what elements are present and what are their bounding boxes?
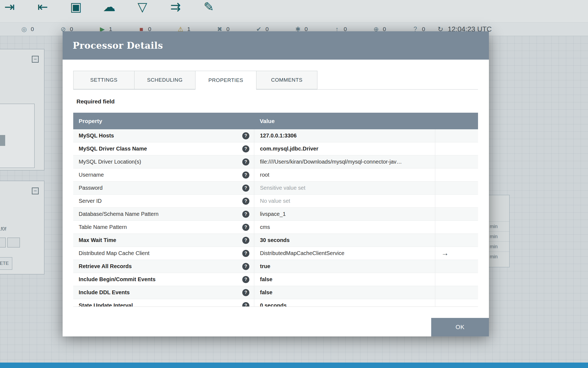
value-cell: false xyxy=(254,286,435,299)
property-cell: MySQL Hosts ? xyxy=(73,129,254,142)
value-cell: DistributedMapCacheClientService xyxy=(254,247,435,260)
action-cell: → xyxy=(435,208,478,220)
property-value: 30 seconds xyxy=(260,237,290,243)
required-field-note: Required field xyxy=(76,98,115,105)
help-icon[interactable]: ? xyxy=(242,185,249,192)
dialog-tab[interactable]: SETTINGS xyxy=(73,71,134,89)
property-value: 0 seconds xyxy=(260,302,287,307)
action-cell: → xyxy=(435,221,478,234)
property-row: MySQL Driver Location(s) ? file:////User… xyxy=(73,155,478,168)
help-icon[interactable]: ? xyxy=(242,263,249,270)
property-row: MySQL Hosts ? 127.0.0.1:3306 → xyxy=(73,129,478,142)
property-name: Include Begin/Commit Events xyxy=(79,276,155,283)
action-cell: → xyxy=(435,129,478,142)
dialog-title: Processor Details xyxy=(73,40,163,51)
value-cell: true xyxy=(254,260,435,273)
help-icon[interactable]: ? xyxy=(242,158,249,165)
action-cell: → xyxy=(435,247,478,260)
value-cell: No value set xyxy=(254,195,435,207)
value-cell: 30 seconds xyxy=(254,234,435,247)
value-cell: false xyxy=(254,273,435,286)
property-value: No value set xyxy=(260,198,290,204)
property-cell: Max Wait Time ? xyxy=(73,234,254,247)
value-cell: file:////Users/kiran/Downloads/mysql/mys… xyxy=(254,155,435,168)
property-name: Server ID xyxy=(79,198,102,204)
help-icon[interactable]: ? xyxy=(242,171,249,179)
value-column-header: Value xyxy=(254,118,478,124)
property-name: State Update Interval xyxy=(79,302,133,307)
property-value: cms xyxy=(260,224,270,230)
property-row: Database/Schema Name Pattern ? livspace_… xyxy=(73,208,478,221)
dialog-tab[interactable]: COMMENTS xyxy=(256,71,317,89)
tab-label: SETTINGS xyxy=(90,77,118,83)
action-cell: → xyxy=(435,182,478,194)
help-icon[interactable]: ? xyxy=(242,250,249,257)
value-cell: cms xyxy=(254,221,435,234)
action-cell: → xyxy=(435,142,478,155)
action-cell: → xyxy=(435,286,478,299)
property-value: false xyxy=(260,289,272,296)
property-cell: Retrieve All Records ? xyxy=(73,260,254,273)
tab-label: COMMENTS xyxy=(271,77,303,83)
property-row: Include Begin/Commit Events ? false → xyxy=(73,273,478,286)
ok-button[interactable]: OK xyxy=(431,318,489,336)
property-row: Username ? root → xyxy=(73,168,478,182)
go-to-service-icon[interactable]: → xyxy=(441,249,449,257)
action-cell: → xyxy=(435,273,478,286)
property-cell: State Update Interval ? xyxy=(73,299,254,307)
property-cell: Table Name Pattern ? xyxy=(73,221,254,234)
property-name: Retrieve All Records xyxy=(79,263,132,269)
action-cell: → xyxy=(435,168,478,181)
property-name: MySQL Hosts xyxy=(79,133,114,139)
property-name: Database/Schema Name Pattern xyxy=(79,211,159,217)
property-cell: MySQL Driver Class Name ? xyxy=(73,142,254,155)
table-header-row: Property Value xyxy=(73,113,478,129)
dialog-tab[interactable]: PROPERTIES xyxy=(195,71,256,90)
property-name: Distributed Map Cache Client xyxy=(79,250,149,256)
help-icon[interactable]: ? xyxy=(242,132,249,139)
property-name: Username xyxy=(79,172,104,178)
property-value: 127.0.0.1:3306 xyxy=(260,133,297,139)
tabs-underline xyxy=(73,89,478,90)
help-icon[interactable]: ? xyxy=(242,276,249,283)
property-cell: Server ID ? xyxy=(73,195,254,207)
property-cell: Include DDL Events ? xyxy=(73,286,254,299)
processor-details-dialog: Processor Details SETTINGS SCHEDULING PR… xyxy=(63,31,489,336)
property-value: livspace_1 xyxy=(260,211,286,217)
property-row: Table Name Pattern ? cms → xyxy=(73,221,478,234)
help-icon[interactable]: ? xyxy=(242,198,249,205)
properties-table[interactable]: Property Value MySQL Hosts ? 127.0.0.1:3… xyxy=(73,113,478,307)
action-cell: → xyxy=(435,234,478,247)
dialog-tab[interactable]: SCHEDULING xyxy=(134,71,195,89)
action-cell: → xyxy=(435,155,478,168)
property-row: Include DDL Events ? false → xyxy=(73,286,478,299)
property-cell: Include Begin/Commit Events ? xyxy=(73,273,254,286)
property-cell: Distributed Map Cache Client ? xyxy=(73,247,254,260)
help-icon[interactable]: ? xyxy=(242,224,249,231)
property-value: DistributedMapCacheClientService xyxy=(260,250,344,256)
property-column-header: Property xyxy=(73,118,254,124)
property-name: Include DDL Events xyxy=(79,289,130,296)
help-icon[interactable]: ? xyxy=(242,289,249,296)
property-name: MySQL Driver Class Name xyxy=(79,146,147,152)
property-value: Sensitive value set xyxy=(260,185,305,191)
property-row: Max Wait Time ? 30 seconds → xyxy=(73,234,478,247)
property-row: Retrieve All Records ? true → xyxy=(73,260,478,273)
property-name: Password xyxy=(79,185,103,191)
help-icon[interactable]: ? xyxy=(242,302,249,307)
property-row: Server ID ? No value set → xyxy=(73,195,478,208)
property-value: true xyxy=(260,263,270,269)
property-cell: Username ? xyxy=(73,168,254,181)
help-icon[interactable]: ? xyxy=(242,237,249,244)
help-icon[interactable]: ? xyxy=(242,145,249,152)
property-row: State Update Interval ? 0 seconds → xyxy=(73,299,478,307)
property-name: MySQL Driver Location(s) xyxy=(79,159,141,165)
value-cell: livspace_1 xyxy=(254,208,435,220)
value-cell: root xyxy=(254,168,435,181)
property-row: MySQL Driver Class Name ? com.mysql.jdbc… xyxy=(73,142,478,155)
property-cell: Database/Schema Name Pattern ? xyxy=(73,208,254,220)
property-cell: Password ? xyxy=(73,182,254,194)
value-cell: com.mysql.jdbc.Driver xyxy=(254,142,435,155)
action-cell: → xyxy=(435,260,478,273)
help-icon[interactable]: ? xyxy=(242,211,249,218)
